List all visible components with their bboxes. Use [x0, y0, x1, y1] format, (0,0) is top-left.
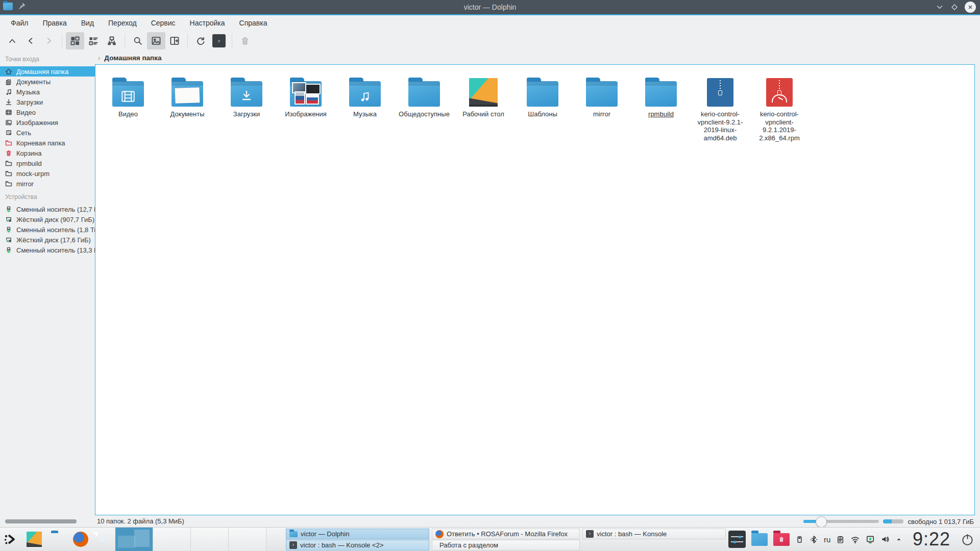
search-button[interactable]	[129, 32, 147, 49]
breadcrumb-current[interactable]: Домашняя папка	[104, 54, 161, 62]
sidebar-item-mirror[interactable]: mirror	[0, 179, 95, 189]
places-header: Точки входа	[0, 51, 95, 66]
firefox-launcher[interactable]	[73, 532, 88, 547]
settings-sliders-icon[interactable]	[728, 531, 746, 548]
device-harddisk-2[interactable]: Жёсткий диск (17,6 ГиБ)	[0, 235, 95, 245]
trash-folder-icon[interactable]	[773, 533, 790, 546]
file-item-video[interactable]: Видео	[99, 73, 158, 118]
device-removable-1[interactable]: Сменный носитель (12,7 ГиБ)	[0, 204, 95, 214]
task-konsole-2[interactable]: › victor : bash — Konsole <2>	[286, 540, 429, 550]
taskbar: victor — Dolphin Ответить • ROSAForum - …	[0, 527, 980, 551]
file-item-public[interactable]: Общедоступные	[395, 73, 454, 118]
icons-view-button[interactable]	[66, 32, 84, 49]
video-icon	[5, 108, 13, 116]
menu-settings[interactable]: Настройка	[183, 15, 232, 31]
device-removable-2[interactable]: Сменный носитель (1,8 ТиБ)	[0, 224, 95, 235]
device-harddisk-1[interactable]: Жёсткий диск (907,7 ГиБ)	[0, 214, 95, 224]
sidebar-item-trash[interactable]: Корзина	[0, 148, 95, 158]
zoom-slider-handle[interactable]	[816, 516, 827, 528]
file-item-downloads[interactable]: Загрузки	[217, 73, 276, 118]
titlebar[interactable]: victor — Dolphin	[0, 0, 980, 14]
download-emblem-icon	[239, 90, 254, 103]
up-button[interactable]	[3, 32, 21, 49]
pager-desktop-2[interactable]	[153, 528, 191, 551]
close-icon	[967, 4, 973, 10]
split-view-button[interactable]	[165, 32, 184, 49]
back-button[interactable]	[21, 32, 40, 49]
pager-desktop-1[interactable]	[115, 528, 153, 551]
clock[interactable]: 9:22	[913, 529, 950, 550]
clipboard-icon[interactable]	[836, 535, 845, 544]
file-item-desktop[interactable]: Рабочий стол	[454, 73, 513, 118]
tree-view-button[interactable]	[103, 32, 121, 49]
minimize-button[interactable]	[935, 3, 944, 12]
tray-expander-icon[interactable]	[895, 536, 902, 543]
menu-help[interactable]: Справка	[232, 15, 275, 31]
task-partition[interactable]: Работа с разделом	[432, 540, 580, 550]
breadcrumb[interactable]: › Домашняя папка	[95, 51, 975, 64]
pager-desktop-4[interactable]	[229, 528, 266, 551]
file-item-kerio-rpm[interactable]: kerio-control-vpnclient-9.2.1.2019-2.x86…	[750, 73, 809, 142]
details-view-button[interactable]	[84, 32, 103, 49]
music-icon	[5, 88, 13, 96]
file-item-mirror[interactable]: mirror	[572, 73, 631, 118]
move-to-trash-button[interactable]	[236, 32, 254, 49]
folder-tray-icon[interactable]	[751, 533, 768, 546]
task-konsole-1[interactable]: › victor : bash — Konsole	[582, 529, 726, 539]
trash-icon	[5, 149, 13, 157]
file-item-templates[interactable]: Шаблоны	[513, 73, 572, 118]
pager-desktop-3[interactable]	[191, 528, 229, 551]
task-dolphin[interactable]: victor — Dolphin	[286, 529, 429, 539]
menu-tools[interactable]: Сервис	[144, 15, 183, 31]
volume-icon[interactable]	[880, 535, 890, 544]
zoom-slider[interactable]	[803, 520, 879, 523]
sidebar-item-documents[interactable]: Документы	[0, 77, 95, 87]
file-item-images[interactable]: Изображения	[276, 73, 335, 118]
file-item-kerio-deb[interactable]: kerio-control-vpnclient-9.2.1-2019-linux…	[691, 73, 750, 142]
app-icon	[3, 3, 13, 10]
usb-device-icon[interactable]	[795, 535, 804, 544]
forward-button[interactable]	[40, 32, 58, 49]
sidebar-item-images[interactable]: Изображения	[0, 117, 95, 128]
wifi-icon[interactable]	[850, 535, 860, 544]
menu-edit[interactable]: Правка	[35, 15, 74, 31]
menu-file[interactable]: Файл	[4, 15, 35, 31]
image-icon	[5, 118, 13, 127]
sidebar-item-network[interactable]: Сеть	[0, 128, 95, 138]
preview-button[interactable]	[147, 32, 165, 49]
pin-icon[interactable]	[18, 2, 26, 10]
sidebar-item-rpmbuild[interactable]: rpmbuild	[0, 158, 95, 168]
leave-button[interactable]	[961, 533, 974, 548]
sidebar-item-downloads[interactable]: Загрузки	[0, 97, 95, 107]
sidebar-item-home[interactable]: Домашняя папка	[0, 66, 95, 77]
preview-icon	[151, 35, 162, 46]
folder-icon	[5, 169, 13, 178]
task-firefox[interactable]: Ответить • ROSAForum - Mozilla Firefox	[432, 529, 580, 539]
refresh-button[interactable]	[191, 32, 210, 49]
capacity-bar	[883, 519, 903, 523]
sidebar-item-mock-urpm[interactable]: mock-urpm	[0, 168, 95, 179]
open-terminal-button[interactable]: ›	[210, 32, 228, 49]
sidebar-item-video[interactable]: Видео	[0, 107, 95, 117]
menu-view[interactable]: Вид	[74, 15, 101, 31]
file-item-rpmbuild[interactable]: rpmbuild	[631, 73, 691, 118]
close-button[interactable]	[965, 2, 976, 13]
sidebar-item-root[interactable]: Корневая папка	[0, 138, 95, 148]
maximize-button[interactable]	[950, 3, 959, 11]
keyboard-layout-indicator[interactable]: ru	[824, 535, 830, 544]
device-notifier-icon[interactable]	[866, 535, 875, 544]
app-launcher-button[interactable]	[4, 532, 18, 548]
menu-go[interactable]: Переход	[101, 15, 144, 31]
places-scrollbar[interactable]	[5, 519, 77, 523]
show-desktop-button[interactable]	[27, 532, 42, 547]
bluetooth-icon[interactable]	[810, 535, 818, 544]
file-item-documents[interactable]: Документы	[158, 73, 217, 118]
device-removable-3[interactable]: Сменный носитель (13,3 ГиБ)	[0, 245, 95, 255]
sidebar-item-music[interactable]: Музыка	[0, 87, 95, 97]
root-folder-icon	[5, 139, 13, 147]
file-item-music[interactable]: Музыка	[335, 73, 395, 118]
konsole-icon: ›	[586, 530, 594, 538]
folder-view[interactable]: Видео Документы Загрузки	[95, 64, 975, 515]
desktop-pager[interactable]	[115, 528, 266, 551]
folder-icon	[527, 81, 558, 107]
